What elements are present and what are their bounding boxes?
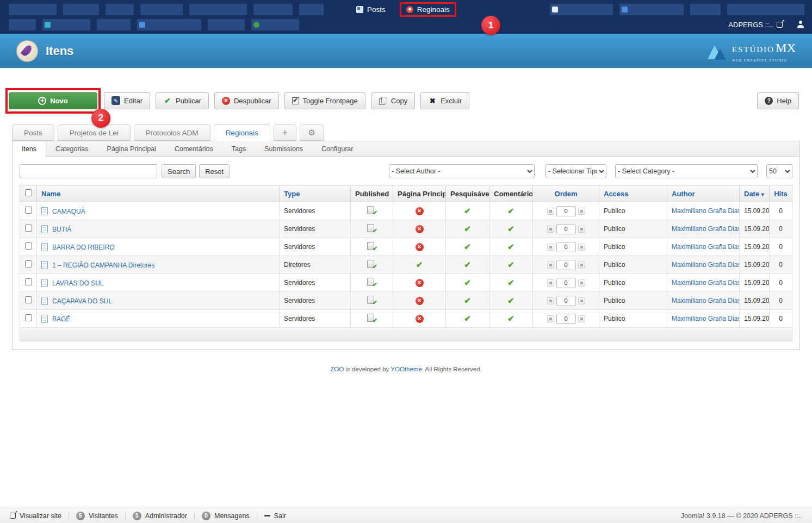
redacted-menu-item[interactable] bbox=[137, 19, 201, 30]
redacted-menu-item[interactable] bbox=[63, 4, 99, 15]
user-account-icon[interactable] bbox=[797, 21, 804, 28]
search-button[interactable]: Search bbox=[162, 164, 196, 178]
comments-icon[interactable] bbox=[507, 260, 515, 269]
published-icon[interactable] bbox=[367, 278, 376, 287]
order-input[interactable] bbox=[556, 224, 576, 234]
frontpage-no-icon[interactable] bbox=[416, 279, 424, 287]
column-header-type[interactable]: Type bbox=[280, 185, 351, 202]
redacted-menu-item[interactable] bbox=[9, 4, 57, 15]
published-icon[interactable] bbox=[367, 260, 376, 269]
subtab-categorias[interactable]: Categorias bbox=[46, 141, 97, 156]
column-header-access[interactable]: Access bbox=[599, 185, 667, 202]
order-input[interactable] bbox=[556, 242, 576, 252]
row-select-checkbox[interactable] bbox=[25, 278, 32, 285]
redacted-menu-item[interactable] bbox=[97, 19, 131, 30]
frontpage-yes-icon[interactable] bbox=[416, 260, 423, 269]
comments-icon[interactable] bbox=[507, 242, 515, 251]
row-select-checkbox[interactable] bbox=[25, 314, 32, 321]
comments-icon[interactable] bbox=[507, 314, 515, 323]
comments-icon[interactable] bbox=[507, 278, 515, 287]
settings-tab[interactable]: ⚙ bbox=[300, 124, 324, 141]
published-icon[interactable] bbox=[367, 224, 376, 233]
subtab-p-gina-principal[interactable]: Página Principal bbox=[98, 141, 165, 156]
order-up-button[interactable] bbox=[547, 208, 554, 215]
author-link[interactable]: Maximiliano Graña Dias bbox=[672, 243, 740, 251]
redacted-menu-item[interactable] bbox=[253, 4, 293, 15]
comments-icon[interactable] bbox=[507, 206, 515, 215]
order-up-button[interactable] bbox=[547, 297, 554, 304]
author-link[interactable]: Maximiliano Graña Dias bbox=[672, 261, 740, 269]
redacted-menu-item[interactable] bbox=[189, 4, 247, 15]
redacted-menu-item[interactable] bbox=[251, 19, 299, 30]
frontpage-no-icon[interactable] bbox=[416, 243, 424, 251]
order-down-button[interactable] bbox=[578, 279, 585, 287]
visitantes-item[interactable]: 5 Visitantes bbox=[69, 512, 126, 520]
order-down-button[interactable] bbox=[578, 226, 585, 233]
publicar-button[interactable]: Publicar bbox=[156, 92, 209, 109]
yootheme-link[interactable]: YOOtheme bbox=[390, 366, 422, 372]
redacted-menu-item[interactable] bbox=[727, 4, 804, 15]
published-icon[interactable] bbox=[367, 314, 376, 322]
toggle-frontpage-button[interactable]: Toggle Frontpage bbox=[284, 92, 365, 109]
redacted-menu-item[interactable] bbox=[140, 4, 183, 15]
group-tab-projetos-de-lei[interactable]: Projetos de Lei bbox=[58, 124, 131, 141]
order-down-button[interactable] bbox=[578, 244, 585, 251]
administrador-item[interactable]: 1 Administrador bbox=[126, 512, 195, 520]
searchable-icon[interactable] bbox=[464, 242, 471, 251]
help-button[interactable]: Help bbox=[757, 92, 799, 109]
reset-button[interactable]: Reset bbox=[199, 164, 230, 178]
redacted-menu-item[interactable] bbox=[106, 4, 134, 15]
author-filter-select[interactable]: - Select Author - bbox=[389, 164, 535, 178]
order-down-button[interactable] bbox=[578, 262, 585, 269]
visualizar-site-link[interactable]: Visualizar site bbox=[10, 512, 69, 520]
searchable-icon[interactable] bbox=[464, 296, 471, 305]
order-down-button[interactable] bbox=[578, 315, 585, 322]
menu-item-regionais[interactable]: Reginoais bbox=[401, 3, 455, 16]
redacted-menu-item[interactable] bbox=[299, 4, 324, 15]
editar-button[interactable]: Editar bbox=[104, 92, 150, 109]
searchable-icon[interactable] bbox=[464, 278, 471, 287]
published-icon[interactable] bbox=[367, 296, 376, 304]
group-tab-protocolos-adm[interactable]: Protocolos ADM bbox=[134, 124, 210, 141]
menu-item-posts[interactable]: Posts bbox=[356, 5, 386, 14]
column-header-hits[interactable]: Hits bbox=[770, 185, 792, 202]
order-input[interactable] bbox=[556, 206, 576, 216]
select-all-checkbox[interactable] bbox=[25, 189, 32, 196]
limit-select[interactable]: 50 bbox=[766, 164, 792, 178]
searchable-icon[interactable] bbox=[464, 206, 471, 215]
item-name-link[interactable]: CAMAQUÃ bbox=[52, 208, 85, 215]
comments-icon[interactable] bbox=[507, 224, 515, 233]
author-link[interactable]: Maximiliano Graña Dias bbox=[672, 279, 740, 287]
published-icon[interactable] bbox=[367, 206, 376, 215]
redacted-menu-item[interactable] bbox=[42, 19, 90, 30]
searchable-icon[interactable] bbox=[464, 314, 471, 323]
item-name-link[interactable]: BUTIÁ bbox=[52, 226, 71, 233]
copy-button[interactable]: Copy bbox=[371, 92, 415, 109]
order-input[interactable] bbox=[556, 278, 576, 288]
author-link[interactable]: Maximiliano Graña Dias bbox=[672, 315, 740, 322]
novo-button[interactable]: Novo bbox=[9, 92, 97, 109]
subtab-tags[interactable]: Tags bbox=[222, 141, 255, 156]
item-name-link[interactable]: BAGÉ bbox=[52, 315, 70, 323]
comments-icon[interactable] bbox=[507, 296, 515, 305]
row-select-checkbox[interactable] bbox=[25, 296, 32, 303]
order-up-button[interactable] bbox=[547, 244, 554, 251]
sair-link[interactable]: Sair bbox=[257, 512, 293, 520]
subtab-itens[interactable]: Itens bbox=[13, 141, 46, 157]
search-input[interactable] bbox=[20, 164, 157, 178]
order-input[interactable] bbox=[556, 314, 576, 324]
searchable-icon[interactable] bbox=[464, 224, 471, 233]
column-header-date[interactable]: Date ▾ bbox=[740, 185, 770, 202]
row-select-checkbox[interactable] bbox=[25, 260, 32, 267]
author-link[interactable]: Maximiliano Graña Dias bbox=[672, 225, 740, 233]
excluir-button[interactable]: Excluir bbox=[420, 92, 469, 109]
zoo-link[interactable]: ZOO bbox=[330, 366, 344, 372]
redacted-menu-item[interactable] bbox=[619, 4, 684, 15]
item-name-link[interactable]: 1 – REGIÃO CAMPANHA Diretores bbox=[52, 262, 155, 269]
author-link[interactable]: Maximiliano Graña Dias bbox=[672, 207, 740, 215]
order-up-button[interactable] bbox=[547, 262, 554, 269]
redacted-menu-item[interactable] bbox=[550, 4, 613, 15]
category-filter-select[interactable]: - Select Category - bbox=[615, 164, 758, 178]
frontpage-no-icon[interactable] bbox=[416, 315, 424, 323]
row-select-checkbox[interactable] bbox=[25, 242, 32, 250]
